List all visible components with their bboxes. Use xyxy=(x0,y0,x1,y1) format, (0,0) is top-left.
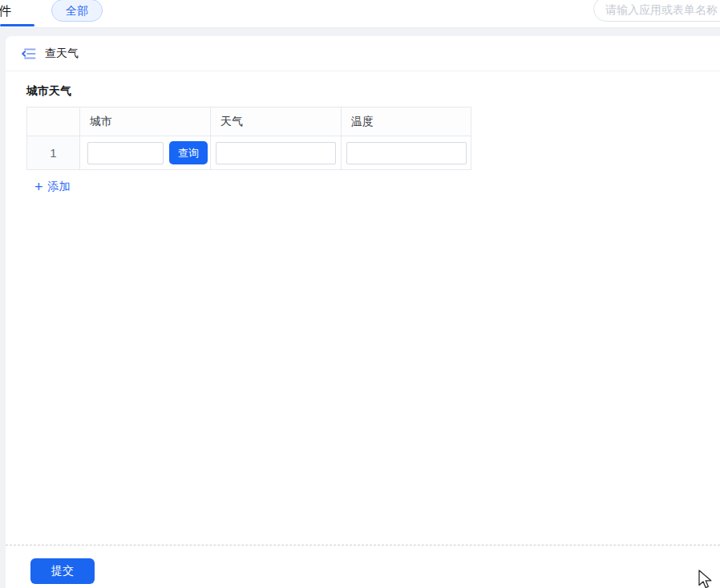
panel-title: 查天气 xyxy=(45,47,79,61)
row-index: 1 xyxy=(27,136,80,170)
screen: 件 全部 查天气 城市天气 xyxy=(0,0,720,588)
plus-icon: + xyxy=(34,181,43,193)
col-header-weather: 天气 xyxy=(211,107,342,136)
form-panel: 查天气 城市天气 城市 天气 温度 1 xyxy=(6,36,720,588)
col-header-temperature: 温度 xyxy=(342,107,471,136)
col-header-index xyxy=(27,107,80,136)
add-row-label: 添加 xyxy=(48,180,71,194)
top-tab-bar: 件 全部 xyxy=(0,0,720,28)
table-row: 1 查询 xyxy=(27,136,471,170)
back-list-icon[interactable] xyxy=(22,47,36,61)
footer-divider xyxy=(6,545,720,545)
city-input[interactable] xyxy=(87,142,164,164)
panel-header: 查天气 xyxy=(6,36,720,71)
submit-button[interactable]: 提交 xyxy=(30,558,95,584)
weather-input[interactable] xyxy=(216,142,336,164)
query-button[interactable]: 查询 xyxy=(169,141,208,164)
table-header-row: 城市 天气 温度 xyxy=(27,107,471,136)
col-header-city: 城市 xyxy=(80,107,211,136)
filter-all-pill[interactable]: 全部 xyxy=(51,0,103,22)
active-tab-label[interactable]: 件 xyxy=(0,3,11,20)
add-row-button[interactable]: + 添加 xyxy=(34,180,71,194)
city-weather-table: 城市 天气 温度 1 查询 xyxy=(26,107,471,170)
form-section-title: 城市天气 xyxy=(26,84,71,99)
temperature-input[interactable] xyxy=(346,142,467,164)
active-tab-underline xyxy=(0,24,34,26)
search-input[interactable] xyxy=(593,0,720,22)
arrow-cursor xyxy=(698,570,715,588)
